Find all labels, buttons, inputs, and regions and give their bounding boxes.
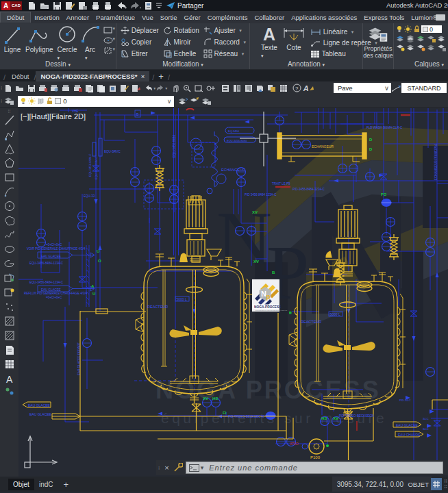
svg-text:NOGA PROCESS: NOGA PROCESS bbox=[155, 376, 381, 404]
svg-text:EAU GLACEE: EAU GLACEE bbox=[29, 412, 52, 416]
svg-text:HS: HS bbox=[321, 416, 327, 420]
svg-text:PID-TRESO-BECKSEC N: PID-TRESO-BECKSEC N bbox=[228, 415, 264, 418]
svg-text:NOGA-PROCESS: NOGA-PROCESS bbox=[254, 305, 282, 309]
svg-text:XV: XV bbox=[203, 396, 208, 401]
svg-text:EQ-3456: EQ-3456 bbox=[228, 129, 240, 133]
svg-text:D: D bbox=[369, 138, 373, 142]
svg-text:XV: XV bbox=[333, 416, 338, 420]
svg-text:REFLUX PID GENERALE CHAUFFAGE: REFLUX PID GENERALE CHAUFFAGE 4/3/4 bbox=[24, 292, 88, 295]
svg-text:ECHANGEUR PRINCIPAL: ECHANGEUR PRINCIPAL bbox=[434, 143, 438, 180]
svg-text:EQU-33: EQU-33 bbox=[84, 194, 95, 198]
svg-text:VOIR PID GENERALE CHAUFFAGE 4/: VOIR PID GENERALE CHAUFFAGE 4/3/4 bbox=[27, 247, 86, 251]
svg-text:A: A bbox=[6, 374, 13, 385]
svg-text:EQU-SRVC: EQU-SRVC bbox=[104, 150, 121, 153]
svg-text:B: B bbox=[136, 112, 139, 116]
svg-text:5000 L: 5000 L bbox=[177, 297, 188, 301]
svg-text:FG: FG bbox=[381, 192, 387, 197]
svg-text:PID-TRESO-BECKSECN: PID-TRESO-BECKSECN bbox=[339, 414, 374, 418]
svg-text:34-C: 34-C bbox=[423, 417, 429, 420]
svg-text:EQU-3456-8484-C: EQU-3456-8484-C bbox=[88, 154, 92, 177]
svg-text:HS: HS bbox=[212, 396, 218, 401]
svg-text:U: U bbox=[97, 249, 99, 253]
svg-text:O: O bbox=[98, 259, 101, 263]
svg-text:EQU-3456-8484: EQU-3456-8484 bbox=[227, 139, 247, 142]
svg-text:?: ? bbox=[295, 86, 299, 92]
svg-text:34-C: 34-C bbox=[423, 427, 429, 431]
svg-text:=0+C/+0+C: =0+C/+0+C bbox=[46, 296, 62, 299]
svg-text:ATAD: ATAD bbox=[290, 442, 299, 446]
svg-text:EAU GLACEE: EAU GLACEE bbox=[41, 255, 61, 258]
svg-text:[−][Haut][Filaire 2D]: [−][Haut][Filaire 2D] bbox=[21, 112, 86, 121]
svg-text:ECHANGEUR: ECHANGEUR bbox=[312, 144, 334, 149]
svg-text:A: A bbox=[91, 284, 95, 288]
svg-text:D: D bbox=[369, 147, 373, 151]
svg-text:EAU GLACEE: EAU GLACEE bbox=[41, 288, 61, 292]
svg-text:N: N bbox=[216, 196, 272, 281]
svg-text:EAU GLACEE: EAU GLACEE bbox=[28, 403, 51, 407]
svg-text:ECHANGEUR: ECHANGEUR bbox=[221, 168, 245, 172]
svg-text:PID 3456 8484 123A-C: PID 3456 8484 123A-C bbox=[245, 193, 277, 197]
svg-text:EQUIPEMENTS INDUSTRIELS SUR ME: EQUIPEMENTS INDUSTRIELS SUR MESURE bbox=[256, 309, 288, 311]
svg-text:XV: XV bbox=[252, 210, 258, 214]
svg-text:U: U bbox=[92, 292, 95, 296]
svg-text:TRAIT LE P9: TRAIT LE P9 bbox=[272, 182, 290, 186]
svg-text:p: p bbox=[266, 293, 271, 301]
svg-text:FLD WASH BGMA CLR-C: FLD WASH BGMA CLR-C bbox=[366, 126, 403, 129]
svg-text:EQU-3456-8484-1234-C: EQU-3456-8484-1234-C bbox=[29, 262, 64, 265]
svg-text:REACTEUR: REACTEUR bbox=[147, 305, 168, 309]
svg-text:=0+C/+0+C: =0+C/+0+C bbox=[46, 243, 62, 246]
svg-text:B: B bbox=[272, 270, 275, 275]
svg-text:FI: FI bbox=[223, 411, 227, 415]
svg-text:PID-3456-8484-3234-C: PID-3456-8484-3234-C bbox=[293, 188, 325, 191]
svg-text:EQU-3456-8484-1234-C: EQU-3456-8484-1234-C bbox=[29, 281, 64, 284]
svg-text:EAU CHAUDE: EAU CHAUDE bbox=[398, 433, 421, 437]
svg-text:EAU GLACEE: EAU GLACEE bbox=[396, 423, 419, 427]
svg-text:XV: XV bbox=[253, 260, 259, 264]
svg-text:EQU-3456-8484: EQU-3456-8484 bbox=[173, 135, 176, 157]
svg-text:P100: P100 bbox=[310, 455, 321, 459]
svg-text:PID-34-C: PID-34-C bbox=[399, 399, 411, 402]
